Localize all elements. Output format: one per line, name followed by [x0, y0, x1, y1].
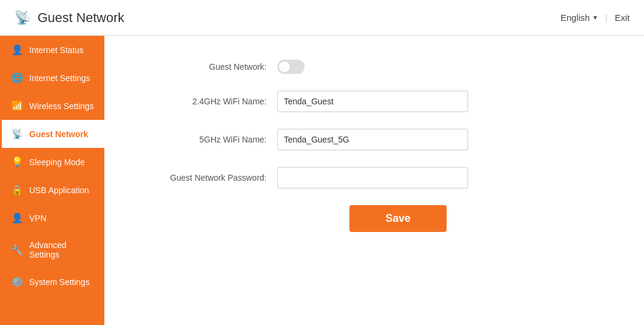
bulb-icon: 💡 [11, 156, 23, 168]
toggle-wrap [277, 60, 305, 74]
save-button[interactable]: Save [349, 205, 446, 232]
header-right: English ▼ | Exit [561, 13, 630, 23]
main-content: Guest Network: 2.4GHz WiFi Name: 5GHz Wi… [104, 36, 644, 325]
wifi-24-input[interactable] [277, 91, 468, 112]
wifi-24-label: 2.4GHz WiFi Name: [140, 97, 277, 106]
sidebar-label-internet-settings: Internet Settings [29, 73, 90, 83]
main-layout: 👤 Internet Status 🌐 Internet Settings 📶 … [0, 36, 644, 325]
form-content: Guest Network: 2.4GHz WiFi Name: 5GHz Wi… [104, 36, 644, 256]
globe-icon: 🌐 [11, 72, 23, 83]
guest-network-label: Guest Network: [140, 62, 277, 72]
sidebar-item-wireless-settings[interactable]: 📶 Wireless Settings [0, 92, 104, 120]
wifi-5-label: 5GHz WiFi Name: [140, 135, 277, 144]
password-group: Guest Network Password: [140, 167, 608, 188]
sidebar-label-sleeping-mode: Sleeping Mode [29, 157, 85, 167]
separator: | [605, 13, 608, 23]
sidebar-label-wireless-settings: Wireless Settings [29, 101, 94, 111]
sidebar: 👤 Internet Status 🌐 Internet Settings 📶 … [0, 36, 104, 325]
chevron-down-icon: ▼ [592, 14, 598, 21]
sidebar-label-internet-status: Internet Status [29, 45, 83, 55]
language-selector[interactable]: English ▼ [561, 13, 598, 23]
sidebar-label-vpn: VPN [29, 213, 47, 223]
person-icon: 👤 [11, 44, 23, 55]
password-input[interactable] [277, 167, 468, 188]
language-label: English [561, 13, 590, 23]
save-wrap: Save [140, 205, 608, 232]
wrench-icon: 🔧 [11, 244, 23, 256]
wifi-5-input[interactable] [277, 129, 468, 150]
sidebar-item-vpn[interactable]: 👤 VPN [0, 204, 104, 232]
wifi-icon: 📶 [11, 100, 23, 112]
sidebar-item-internet-settings[interactable]: 🌐 Internet Settings [0, 64, 104, 92]
sidebar-item-internet-status[interactable]: 👤 Internet Status [0, 36, 104, 64]
sidebar-label-advanced-settings: Advanced Settings [29, 240, 95, 259]
guest-network-toggle-group: Guest Network: [140, 60, 608, 74]
guest-network-toggle[interactable] [277, 60, 305, 74]
sidebar-label-system-settings: System Settings [29, 277, 89, 287]
sidebar-label-guest-network: Guest Network [29, 129, 88, 139]
vpn-icon: 👤 [11, 212, 23, 224]
header-left: 📡 Guest Network [14, 10, 125, 26]
wifi-5-group: 5GHz WiFi Name: [140, 129, 608, 150]
sidebar-item-advanced-settings[interactable]: 🔧 Advanced Settings [0, 232, 104, 268]
gear-icon: ⚙️ [11, 276, 23, 287]
lock-icon: 🔒 [11, 184, 23, 196]
page-title: Guest Network [38, 10, 125, 26]
exit-button[interactable]: Exit [615, 13, 630, 23]
sidebar-item-system-settings[interactable]: ⚙️ System Settings [0, 268, 104, 296]
sidebar-label-usb-application: USB Application [29, 185, 89, 195]
header: 📡 Guest Network English ▼ | Exit [0, 0, 644, 36]
sidebar-item-usb-application[interactable]: 🔒 USB Application [0, 176, 104, 204]
sidebar-item-guest-network[interactable]: 📡 Guest Network [0, 120, 104, 148]
page-icon: 📡 [14, 10, 30, 26]
sidebar-item-sleeping-mode[interactable]: 💡 Sleeping Mode [0, 148, 104, 176]
wifi-24-group: 2.4GHz WiFi Name: [140, 91, 608, 112]
password-label: Guest Network Password: [140, 173, 277, 182]
signal-icon: 📡 [11, 128, 23, 140]
